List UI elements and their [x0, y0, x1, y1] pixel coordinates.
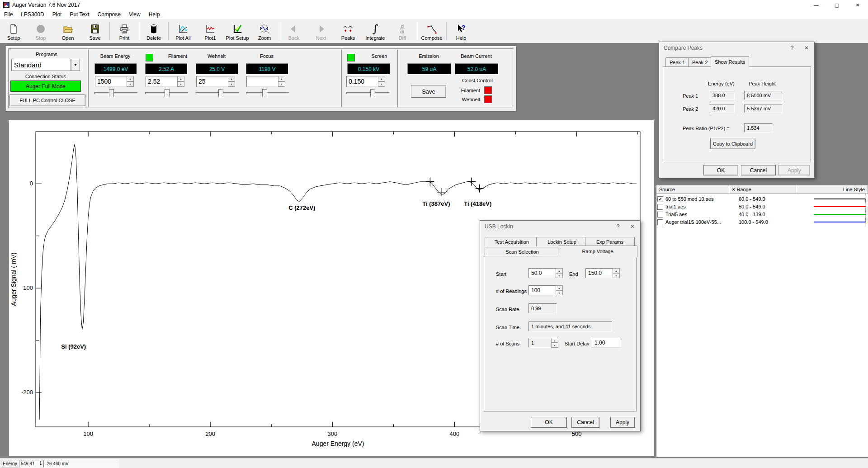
tab-lockin-setup[interactable]: Lockin Setup: [536, 237, 588, 246]
spin-down-icon[interactable]: [278, 81, 285, 87]
focus-input[interactable]: [246, 76, 280, 87]
source-list-item[interactable]: trial1.aes 50.0 - 549.0: [657, 203, 866, 210]
slider-thumb[interactable]: [370, 89, 375, 97]
toolbar-button-plot-setup[interactable]: Plot Setup: [224, 19, 251, 43]
menu-file[interactable]: File: [0, 10, 17, 19]
spin-down-icon[interactable]: [556, 273, 563, 278]
start-spinner[interactable]: [556, 268, 563, 278]
filament-spinner[interactable]: [177, 76, 184, 87]
spin-down-icon[interactable]: [551, 343, 558, 348]
dialog-help-icon[interactable]: ?: [611, 221, 625, 232]
spin-up-icon[interactable]: [278, 76, 285, 81]
menu-plot[interactable]: Plot: [48, 10, 66, 19]
peak-ratio-field[interactable]: 1.534: [744, 123, 773, 132]
scans-spinner[interactable]: [551, 338, 558, 348]
ok-button[interactable]: OK: [531, 417, 567, 428]
toolbar-button-plot1[interactable]: Plot1: [197, 19, 224, 43]
spin-down-icon[interactable]: [127, 81, 134, 87]
screen-input[interactable]: 0.150: [346, 76, 380, 87]
source-checkbox[interactable]: [657, 204, 663, 210]
copy-to-clipboard-button[interactable]: Copy to Clipboard: [710, 138, 755, 149]
spin-up-icon[interactable]: [556, 268, 563, 273]
source-checkbox[interactable]: [657, 219, 663, 225]
spin-down-icon[interactable]: [556, 290, 563, 295]
slider-thumb[interactable]: [262, 89, 267, 97]
tab-peak-1[interactable]: Peak 1: [665, 57, 689, 67]
tab-ramp-voltage[interactable]: Ramp Voltage: [558, 246, 637, 257]
source-checkbox[interactable]: ✓: [657, 196, 663, 202]
scans-input[interactable]: 1: [528, 338, 553, 348]
emission-save-button[interactable]: Save: [411, 85, 446, 98]
beam-energy-spinner[interactable]: [127, 76, 134, 87]
toolbar-button-zoom[interactable]: Zoom: [251, 19, 278, 43]
peak1-energy-field[interactable]: 388.0: [710, 91, 735, 100]
toolbar-button-print[interactable]: Print: [111, 19, 138, 43]
end-spinner[interactable]: [613, 268, 620, 278]
spin-down-icon[interactable]: [613, 273, 620, 278]
menu-put-text[interactable]: Put Text: [66, 10, 93, 19]
menu-view[interactable]: View: [125, 10, 145, 19]
sources-scrollbar[interactable]: [865, 194, 868, 225]
menu-lps300d[interactable]: LPS300D: [17, 10, 48, 19]
peak1-height-field[interactable]: 8.5000 mV: [744, 91, 783, 100]
slider-thumb[interactable]: [165, 89, 170, 97]
toolbar-button-next[interactable]: Next: [307, 19, 335, 43]
screen-slider[interactable]: [346, 89, 390, 97]
source-list-item[interactable]: Auger trial1S 100eV-55... 100.0 - 549.0: [657, 218, 866, 226]
toolbar-button-diff[interactable]: ddt Diff: [389, 19, 416, 43]
source-column-header[interactable]: Source: [656, 185, 729, 194]
close-icon[interactable]: ✕: [800, 42, 813, 54]
source-list-item[interactable]: ✓ 60 to 550 mod 10.aes 60.0 - 549.0: [657, 195, 866, 203]
programs-dropdown[interactable]: Standard ▼: [11, 59, 80, 71]
tab-scan-selection[interactable]: Scan Selection: [485, 247, 560, 256]
spin-up-icon[interactable]: [551, 338, 558, 343]
tab-peak-2[interactable]: Peak 2: [688, 57, 712, 67]
spin-up-icon[interactable]: [177, 76, 184, 81]
menu-help[interactable]: Help: [145, 10, 164, 19]
toolbar-button-save[interactable]: Save: [81, 19, 108, 43]
toolbar-button-peaks[interactable]: Peaks: [335, 19, 362, 43]
toolbar-button-help[interactable]: ? Help: [448, 19, 475, 43]
start-delay-input[interactable]: 1.00: [592, 338, 621, 348]
wehnelt-spinner[interactable]: [228, 76, 235, 87]
focus-slider[interactable]: [246, 89, 289, 97]
menu-compose[interactable]: Compose: [94, 10, 125, 19]
spin-down-icon[interactable]: [378, 81, 385, 87]
slider-thumb[interactable]: [218, 89, 223, 97]
line-style-column-header[interactable]: Line Style: [796, 185, 868, 194]
apply-button[interactable]: Apply: [610, 417, 635, 428]
wehnelt-slider[interactable]: [196, 89, 239, 97]
readings-input[interactable]: 100: [528, 285, 557, 295]
beam-energy-slider[interactable]: [94, 89, 138, 97]
toolbar-button-back[interactable]: Back: [280, 19, 307, 43]
toolbar-button-setup[interactable]: Setup: [0, 19, 27, 43]
toolbar-button-plot-all[interactable]: Plot All: [170, 19, 197, 43]
spin-down-icon[interactable]: [228, 81, 235, 87]
filament-input[interactable]: 2.52: [146, 76, 179, 87]
spin-up-icon[interactable]: [378, 76, 385, 81]
start-input[interactable]: 50.0: [528, 268, 557, 278]
x-range-column-header[interactable]: X Range: [729, 185, 796, 194]
toolbar-button-compose[interactable]: Compose: [418, 19, 445, 43]
minimize-button[interactable]: —: [806, 0, 826, 10]
end-input[interactable]: 150.0: [585, 268, 614, 278]
toolbar-button-open[interactable]: Open: [54, 19, 81, 43]
toolbar-button-stop[interactable]: Stop: [27, 19, 54, 43]
chevron-down-icon[interactable]: ▼: [71, 59, 80, 71]
filament-slider[interactable]: [145, 89, 189, 97]
focus-spinner[interactable]: [278, 76, 285, 87]
toolbar-button-integrate[interactable]: ∫ Integrate: [362, 19, 389, 43]
ok-button[interactable]: OK: [703, 165, 738, 175]
spin-down-icon[interactable]: [177, 81, 184, 87]
beam-energy-input[interactable]: 1500: [95, 76, 128, 87]
cancel-button[interactable]: Cancel: [741, 165, 776, 175]
source-checkbox[interactable]: [657, 212, 663, 217]
maximize-button[interactable]: ▢: [826, 0, 847, 10]
tab-exp-params[interactable]: Exp Params: [585, 237, 635, 246]
spin-up-icon[interactable]: [228, 76, 235, 81]
wehnelt-input[interactable]: 25: [196, 76, 230, 87]
slider-thumb[interactable]: [109, 89, 114, 97]
spin-up-icon[interactable]: [613, 268, 620, 273]
source-list-item[interactable]: Trial5.aes 40.0 - 139.0: [657, 211, 866, 218]
apply-button[interactable]: Apply: [778, 165, 810, 175]
